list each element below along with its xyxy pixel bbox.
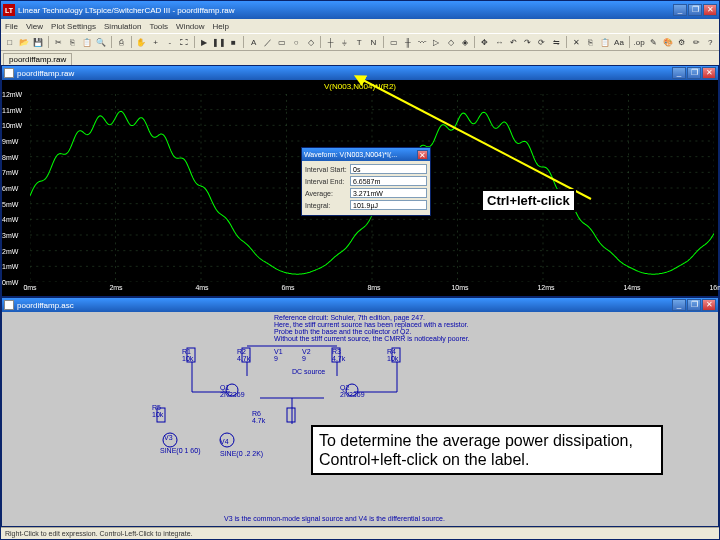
toolbar: □📂💾✂⎘📋🔍⎙✋+-⛶▶❚❚■A／▭○◇┼⏚TN▭╫〰▷◇◈✥↔↶↷⟳⇋✕⎘📋… [1,33,719,51]
xtick: 12ms [537,284,554,291]
close-button[interactable]: ✕ [703,4,717,16]
paste-icon[interactable]: 📋 [80,35,93,49]
dup-icon[interactable]: ⎘ [584,35,597,49]
plot-maximize-button[interactable]: ❐ [687,67,701,79]
help-icon[interactable]: ? [704,35,717,49]
menu-view[interactable]: View [26,22,43,31]
schematic-svg [2,312,718,526]
component-label[interactable]: V3 [164,434,173,441]
xtick: 2ms [109,284,122,291]
schematic-canvas[interactable]: Reference circuit: Schuler, 7th edition,… [2,312,718,526]
menu-plot-settings[interactable]: Plot Settings [51,22,96,31]
fit-icon[interactable]: ⛶ [177,35,190,49]
component-label[interactable]: V4 [220,438,229,445]
component-label[interactable]: Q22N2369 [340,384,365,398]
component-label[interactable]: R510k [152,404,163,418]
menu-tools[interactable]: Tools [149,22,168,31]
move-icon[interactable]: ✥ [478,35,491,49]
dialog-close-button[interactable]: ✕ [417,150,428,160]
hand-icon[interactable]: ✋ [135,35,148,49]
component-label[interactable]: DC source [292,368,325,375]
zoom-out-icon[interactable]: - [163,35,176,49]
res-icon[interactable]: ▭ [387,35,400,49]
redo-icon[interactable]: ↷ [521,35,534,49]
stop-icon[interactable]: ■ [227,35,240,49]
label-icon[interactable]: T [353,35,366,49]
trace-label[interactable]: V(N003,N004)*I(R2) [324,82,396,91]
copy-icon[interactable]: ⎘ [66,35,79,49]
xtick: 0ms [23,284,36,291]
plot-minimize-button[interactable]: _ [672,67,686,79]
tab-raw[interactable]: poordiffamp.raw [3,53,72,65]
menu-file[interactable]: File [5,22,18,31]
text2-icon[interactable]: Aa [612,35,625,49]
rect-icon[interactable]: ▭ [275,35,288,49]
print-icon[interactable]: ⎙ [115,35,128,49]
dialog-row: Average:3.271mW [305,188,427,198]
component-label[interactable]: SINE(0 .2 2K) [220,450,263,457]
component-label[interactable]: Q12N2369 [220,384,245,398]
minimize-button[interactable]: _ [673,4,687,16]
drag-icon[interactable]: ↔ [493,35,506,49]
diode-icon[interactable]: ▷ [430,35,443,49]
schematic-minimize-button[interactable]: _ [672,299,686,311]
gnd-icon[interactable]: ⏚ [338,35,351,49]
run-icon[interactable]: ▶ [198,35,211,49]
spice-icon[interactable]: .op [633,35,646,49]
save-icon[interactable]: 💾 [31,35,44,49]
line-icon[interactable]: ／ [261,35,274,49]
measurement-dialog[interactable]: Waveform: V(N003,N004)*I(... ✕ Interval … [301,147,431,216]
dialog-titlebar[interactable]: Waveform: V(N003,N004)*I(... ✕ [302,148,430,161]
ytick: 10mW [2,122,22,129]
component-label[interactable]: V29 [302,348,311,362]
del-icon[interactable]: ✕ [570,35,583,49]
scissors-icon[interactable]: ✂ [52,35,65,49]
cfg-icon[interactable]: ⚙ [675,35,688,49]
pause-icon[interactable]: ❚❚ [212,35,226,49]
comp-icon[interactable]: ◇ [444,35,457,49]
menu-help[interactable]: Help [213,22,229,31]
ed-icon[interactable]: ✎ [647,35,660,49]
draft-icon[interactable]: ✏ [689,35,702,49]
schematic-maximize-button[interactable]: ❐ [687,299,701,311]
plot-titlebar[interactable]: poordiffamp.raw _ ❐ ✕ [2,66,718,80]
zoom-in-icon[interactable]: + [149,35,162,49]
component-label[interactable]: R410k [387,348,398,362]
schematic-titlebar[interactable]: poordiffamp.asc _ ❐ ✕ [2,298,718,312]
component-label[interactable]: R110k [182,348,193,362]
comp2-icon[interactable]: ◈ [458,35,471,49]
component-label[interactable]: V19 [274,348,283,362]
wire-icon[interactable]: ┼ [324,35,337,49]
component-label[interactable]: R24.7k [237,348,250,362]
component-label[interactable]: SINE(0 1 60) [160,447,200,454]
circ-icon[interactable]: ○ [290,35,303,49]
ytick: 8mW [2,153,18,160]
plot-close-button[interactable]: ✕ [702,67,716,79]
paste2-icon[interactable]: 📋 [598,35,611,49]
dialog-value: 3.271mW [350,188,427,198]
net-icon[interactable]: N [367,35,380,49]
x-axis: 0ms2ms4ms6ms8ms10ms12ms14ms16ms [30,284,718,296]
rotate-icon[interactable]: ⟳ [535,35,548,49]
cap-icon[interactable]: ╫ [401,35,414,49]
main-titlebar[interactable]: LT Linear Technology LTspice/SwitcherCAD… [1,1,719,19]
open-icon[interactable]: 📂 [17,35,30,49]
menu-simulation[interactable]: Simulation [104,22,141,31]
ytick: 0mW [2,279,18,286]
tabstrip: poordiffamp.raw [1,51,719,65]
search-icon[interactable]: 🔍 [94,35,107,49]
color-icon[interactable]: 🎨 [661,35,674,49]
maximize-button[interactable]: ❐ [688,4,702,16]
instruction-text: To determine the average power dissipati… [311,425,663,475]
component-label[interactable]: R64.7k [252,410,265,424]
schematic-close-button[interactable]: ✕ [702,299,716,311]
ind-icon[interactable]: 〰 [415,35,428,49]
component-label[interactable]: R34.7k [332,348,345,362]
poly-icon[interactable]: ◇ [304,35,317,49]
text-icon[interactable]: A [247,35,260,49]
new-icon[interactable]: □ [3,35,16,49]
ytick: 2mW [2,247,18,254]
mirror-icon[interactable]: ⇋ [549,35,562,49]
undo-icon[interactable]: ↶ [507,35,520,49]
menu-window[interactable]: Window [176,22,204,31]
